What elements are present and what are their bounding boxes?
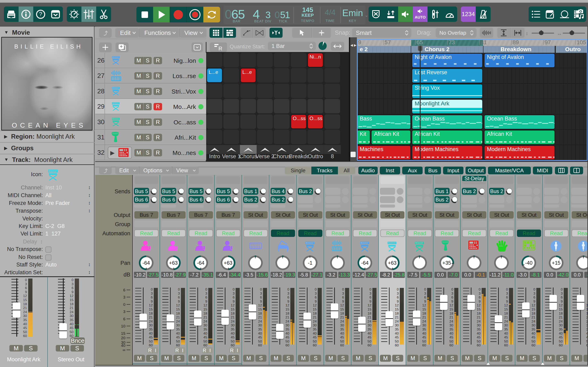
svg-text:?: ? (39, 11, 42, 17)
svg-text:R: R (218, 45, 222, 52)
